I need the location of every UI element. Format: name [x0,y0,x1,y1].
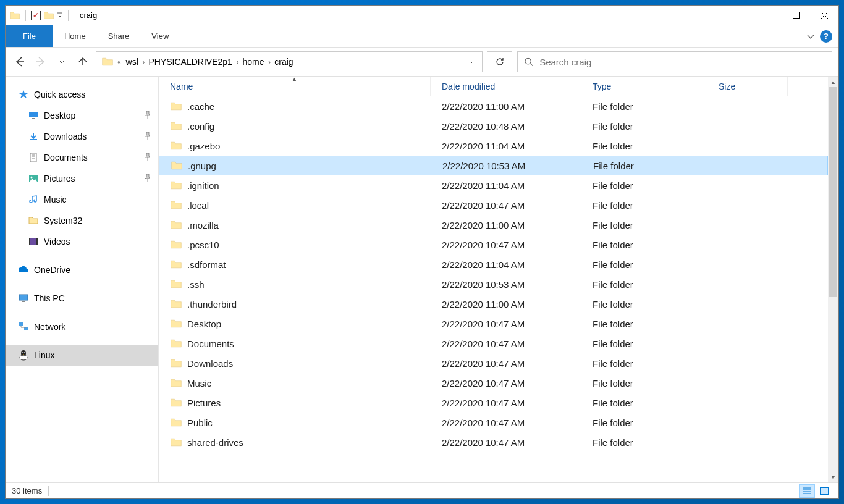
network-icon [18,321,29,332]
cell-date: 2/22/2020 11:00 AM [431,101,581,112]
file-row[interactable]: .sdformat2/22/2020 11:04 AMFile folder [159,254,828,274]
folder-icon [170,219,182,231]
help-button[interactable]: ? [820,30,832,43]
breadcrumb-segment[interactable]: wsl [122,52,142,72]
sidebar-this-pc[interactable]: This PC [6,288,158,309]
file-row[interactable]: Public2/22/2020 10:47 AMFile folder [159,413,828,432]
col-type[interactable]: Type [581,77,707,96]
col-name[interactable]: ▲ Name [159,77,431,96]
file-row[interactable]: .pcsc102/22/2020 10:47 AMFile folder [159,235,828,254]
file-row[interactable]: .config2/22/2020 10:48 AMFile folder [159,116,828,136]
details-view-button[interactable] [799,484,815,498]
refresh-icon [495,57,505,67]
col-date[interactable]: Date modified [431,77,581,96]
svg-point-7 [31,177,33,178]
cell-type: File folder [581,299,707,309]
cell-name: Desktop [159,317,431,330]
documents-icon [28,152,39,163]
tab-share[interactable]: Share [97,25,141,47]
sidebar-item-label: Documents [44,153,88,162]
file-row[interactable]: .mozilla2/22/2020 11:00 AMFile folder [159,215,828,235]
file-row[interactable]: .gazebo2/22/2020 11:04 AMFile folder [159,136,828,156]
file-list[interactable]: .cache2/22/2020 11:00 AMFile folder.conf… [159,96,828,482]
sidebar-onedrive[interactable]: OneDrive [6,259,158,280]
sidebar-linux[interactable]: Linux [6,345,158,366]
sidebar-item-system32[interactable]: System32 [6,210,158,231]
search-box[interactable] [517,51,832,72]
vertical-scrollbar[interactable]: ▲ ▼ [828,77,838,482]
cell-type: File folder [581,220,707,230]
address-dropdown[interactable] [462,52,479,72]
cell-name: .gazebo [159,140,431,152]
sidebar-item-documents[interactable]: Documents [6,147,158,168]
cell-type: File folder [581,338,707,349]
breadcrumb-segment[interactable]: craig [271,52,297,72]
thumbnails-view-button[interactable] [816,484,832,498]
svg-rect-8 [29,238,38,245]
videos-icon [28,236,39,247]
file-row[interactable]: .cache2/22/2020 11:00 AMFile folder [159,96,828,116]
svg-rect-1 [793,12,799,19]
breadcrumb-segment[interactable]: PHYSICALDRIVE2p1 [145,52,235,72]
file-row[interactable]: Pictures2/22/2020 10:47 AMFile folder [159,393,828,413]
file-row[interactable]: Documents2/22/2020 10:47 AMFile folder [159,334,828,353]
cell-name: .mozilla [159,219,431,231]
folder-icon[interactable] [43,10,54,21]
status-bar: 30 items [6,482,838,498]
svg-rect-12 [22,301,25,302]
cell-type: File folder [581,101,707,112]
sidebar-item-videos[interactable]: Videos [6,231,158,252]
file-row[interactable]: shared-drives2/22/2020 10:47 AMFile fold… [159,432,828,452]
recent-dropdown[interactable] [54,54,70,70]
address-bar[interactable]: « wsl›PHYSICALDRIVE2p1›home›craig [96,51,483,72]
breadcrumb-prefix[interactable]: « [117,59,121,65]
sidebar-item-desktop[interactable]: Desktop [6,105,158,126]
file-row[interactable]: .ssh2/22/2020 10:53 AMFile folder [159,274,828,294]
folder-icon [170,377,182,389]
nav-toolbar: « wsl›PHYSICALDRIVE2p1›home›craig [6,48,838,77]
sidebar-label: This PC [34,293,65,303]
back-button[interactable] [12,54,28,70]
music-icon [28,194,39,205]
sidebar-network[interactable]: Network [6,316,158,337]
file-row[interactable]: Music2/22/2020 10:47 AMFile folder [159,373,828,393]
cell-type: File folder [581,319,707,329]
cell-date: 2/22/2020 11:04 AM [431,180,581,191]
search-input[interactable] [539,57,825,67]
download-icon [28,131,39,142]
breadcrumb-segment[interactable]: home [239,52,268,72]
tab-view[interactable]: View [140,25,180,47]
svg-rect-14 [24,327,28,330]
cell-name: Documents [159,337,431,350]
minimize-button[interactable] [753,6,782,25]
nav-pane[interactable]: Quick access DesktopDownloadsDocumentsPi… [6,77,159,482]
forward-button[interactable] [33,54,49,70]
scroll-thumb[interactable] [829,87,837,297]
scroll-up-button[interactable]: ▲ [828,77,838,87]
sidebar-quick-access[interactable]: Quick access [6,84,158,105]
qat-properties-button[interactable]: ✓ [31,10,41,20]
cell-name: .pcsc10 [159,238,431,251]
sidebar-item-downloads[interactable]: Downloads [6,126,158,147]
file-row[interactable]: .local2/22/2020 10:47 AMFile folder [159,195,828,215]
close-button[interactable] [810,6,838,25]
file-row[interactable]: Downloads2/22/2020 10:47 AMFile folder [159,353,828,373]
qat-dropdown-icon[interactable] [57,12,63,19]
scroll-down-button[interactable]: ▼ [828,472,838,482]
sidebar-item-music[interactable]: Music [6,189,158,210]
tab-file[interactable]: File [6,25,53,47]
tab-home[interactable]: Home [53,25,97,47]
ribbon-collapse-icon[interactable] [806,32,815,41]
scroll-track[interactable] [828,87,838,472]
sidebar-item-pictures[interactable]: Pictures [6,168,158,189]
file-row[interactable]: .ignition2/22/2020 11:04 AMFile folder [159,175,828,195]
maximize-button[interactable] [782,6,810,25]
file-row[interactable]: .thunderbird2/22/2020 11:00 AMFile folde… [159,294,828,314]
refresh-button[interactable] [487,51,512,72]
sidebar-item-label: Videos [44,237,70,246]
up-button[interactable] [75,54,91,70]
file-row[interactable]: Desktop2/22/2020 10:47 AMFile folder [159,314,828,334]
folder-icon [170,120,182,132]
col-size[interactable]: Size [707,77,788,96]
file-row[interactable]: .gnupg2/22/2020 10:53 AMFile folder [159,156,828,175]
